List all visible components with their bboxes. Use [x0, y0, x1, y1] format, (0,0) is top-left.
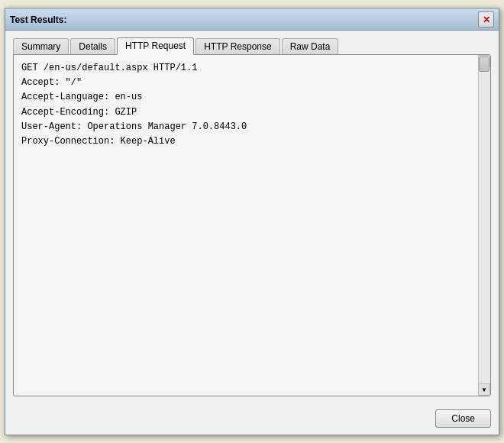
tab-details[interactable]: Details — [70, 38, 115, 55]
dialog-body: Summary Details HTTP Request HTTP Respon… — [5, 31, 499, 403]
close-button[interactable]: Close — [435, 409, 491, 428]
scrollbar-thumb[interactable] — [479, 57, 489, 72]
content-area: GET /en-us/default.aspx HTTP/1.1 Accept:… — [13, 54, 491, 396]
scrollbar-track: ▲ ▼ — [478, 55, 490, 396]
footer: Close — [5, 403, 499, 435]
scrollbar-arrow-down[interactable]: ▼ — [478, 383, 490, 396]
titlebar-close-button[interactable]: ✕ — [478, 11, 494, 27]
tab-http-request[interactable]: HTTP Request — [117, 37, 194, 55]
tab-raw-data[interactable]: Raw Data — [282, 38, 339, 55]
dialog-title: Test Results: — [10, 15, 66, 25]
tab-summary[interactable]: Summary — [13, 38, 69, 55]
tab-http-response[interactable]: HTTP Response — [195, 38, 279, 55]
title-bar: Test Results: ✕ — [5, 9, 499, 31]
test-results-dialog: Test Results: ✕ Summary Details HTTP Req… — [5, 8, 499, 435]
http-request-content: GET /en-us/default.aspx HTTP/1.1 Accept:… — [21, 61, 483, 149]
tab-bar: Summary Details HTTP Request HTTP Respon… — [13, 37, 491, 54]
content-inner: GET /en-us/default.aspx HTTP/1.1 Accept:… — [14, 55, 490, 396]
